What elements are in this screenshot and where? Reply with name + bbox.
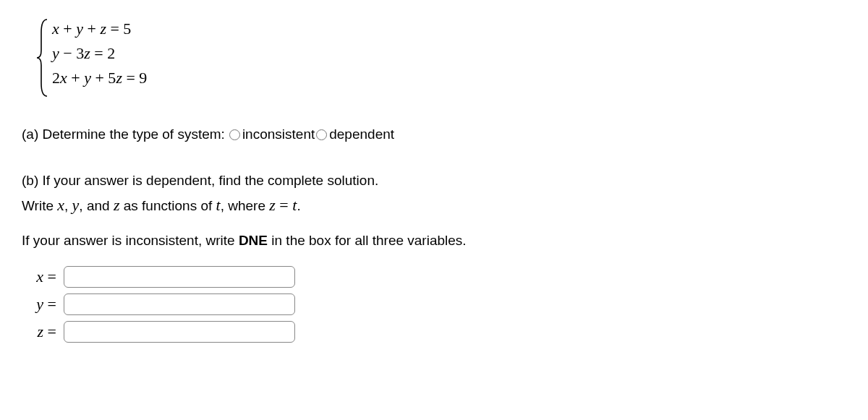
zt-expr: z = t xyxy=(269,196,297,214)
radio-dependent-label: dependent xyxy=(329,127,394,142)
part-a: (a) Determine the type of system: incons… xyxy=(22,127,846,142)
radio-group: inconsistent dependent xyxy=(229,127,394,142)
answer-row-z: z = xyxy=(22,321,846,343)
radio-inconsistent-input[interactable] xyxy=(229,129,240,140)
y-label: y = xyxy=(22,295,56,314)
equation-2: y − 3z = 2 xyxy=(52,44,147,63)
part-b-line3: If your answer is inconsistent, write DN… xyxy=(22,231,846,250)
radio-inconsistent-label: inconsistent xyxy=(242,127,315,142)
answer-row-y: y = xyxy=(22,293,846,315)
x-label: x = xyxy=(22,267,56,286)
answer-block: x = y = z = xyxy=(22,266,846,343)
answer-row-x: x = xyxy=(22,266,846,288)
part-b-line2: Write x, y, and z as functions of t, whe… xyxy=(22,194,846,216)
y-input[interactable] xyxy=(64,293,295,315)
equation-list: x + y + z = 5 y − 3z = 2 2x + y + 5z = 9 xyxy=(49,18,147,98)
part-a-prompt: (a) Determine the type of system: xyxy=(22,127,225,142)
equation-system: x + y + z = 5 y − 3z = 2 2x + y + 5z = 9 xyxy=(36,18,846,98)
radio-inconsistent[interactable]: inconsistent xyxy=(229,127,315,142)
part-b-line1: (b) If your answer is dependent, find th… xyxy=(22,171,846,190)
equation-1: x + y + z = 5 xyxy=(52,20,147,38)
part-b: (b) If your answer is dependent, find th… xyxy=(22,171,846,215)
z-label: z = xyxy=(22,322,56,341)
dne-text: DNE xyxy=(239,233,268,248)
equation-3: 2x + y + 5z = 9 xyxy=(52,69,147,87)
z-input[interactable] xyxy=(64,321,295,343)
radio-dependent-input[interactable] xyxy=(316,129,327,140)
left-brace xyxy=(36,18,49,98)
radio-dependent[interactable]: dependent xyxy=(316,127,394,142)
x-input[interactable] xyxy=(64,266,295,288)
inconsistent-note: If your answer is inconsistent, write DN… xyxy=(22,231,846,250)
